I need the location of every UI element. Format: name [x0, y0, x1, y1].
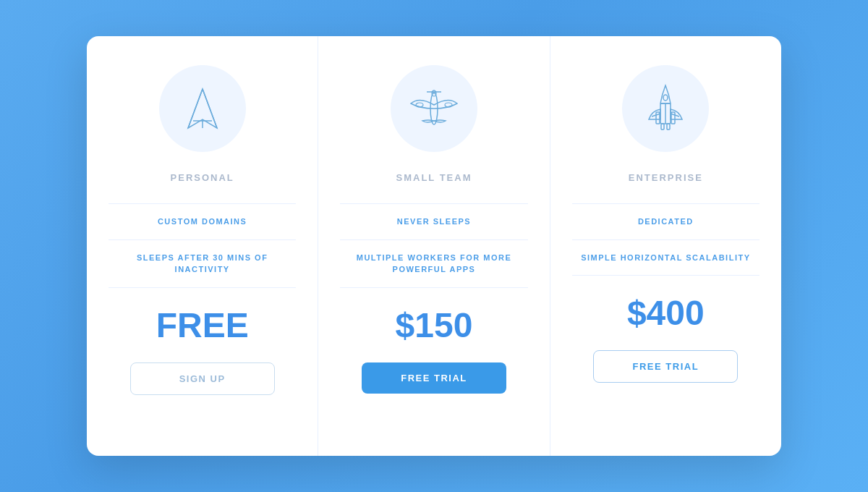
divider-2 — [109, 239, 296, 240]
personal-signup-button[interactable]: SIGN UP — [130, 362, 275, 395]
divider-1 — [109, 203, 296, 204]
small-team-icon-circle — [391, 65, 477, 152]
svg-rect-13 — [661, 124, 664, 130]
enterprise-price: $400 — [627, 293, 705, 333]
small-team-plan-name: SMALL TEAM — [396, 172, 472, 183]
enterprise-feature-2: SIMPLE HORIZONTAL SCALABILITY — [581, 252, 750, 264]
small-team-feature-2: MULTIPLE WORKERS FOR MORE POWERFUL APPS — [340, 252, 527, 276]
plan-small-team: SMALL TEAM NEVER SLEEPS MULTIPLE WORKERS… — [318, 36, 550, 456]
enterprise-icon — [640, 82, 691, 136]
enterprise-feature-1: DEDICATED — [638, 216, 694, 228]
small-team-feature-1: NEVER SLEEPS — [397, 216, 471, 228]
pricing-card: PERSONAL CUSTOM DOMAINS SLEEPS AFTER 30 … — [87, 36, 781, 456]
small-team-icon — [405, 83, 463, 134]
plan-enterprise: ENTERPRISE DEDICATED SIMPLE HORIZONTAL S… — [550, 36, 781, 456]
personal-feature-1: CUSTOM DOMAINS — [158, 216, 247, 228]
small-team-price: $150 — [396, 305, 473, 345]
plan-personal: PERSONAL CUSTOM DOMAINS SLEEPS AFTER 30 … — [87, 36, 318, 456]
divider-3 — [109, 287, 296, 288]
svg-rect-14 — [667, 124, 670, 130]
personal-icon-circle — [159, 65, 246, 152]
divider-4 — [340, 203, 527, 204]
small-team-trial-button[interactable]: FREE TRIAL — [362, 362, 506, 394]
enterprise-icon-circle — [622, 65, 709, 152]
svg-line-2 — [188, 89, 203, 128]
svg-line-3 — [203, 89, 217, 128]
divider-9 — [572, 275, 760, 276]
personal-price: FREE — [156, 305, 249, 345]
personal-plan-name: PERSONAL — [171, 172, 234, 183]
enterprise-plan-name: ENTERPRISE — [629, 172, 703, 183]
enterprise-trial-button[interactable]: FREE TRIAL — [593, 350, 738, 383]
personal-icon — [177, 83, 228, 134]
personal-feature-2: SLEEPS AFTER 30 MINS OF INACTIVITY — [109, 252, 296, 276]
divider-8 — [572, 239, 760, 240]
divider-6 — [340, 287, 527, 288]
divider-5 — [340, 239, 527, 240]
divider-7 — [572, 203, 760, 204]
svg-point-12 — [663, 95, 668, 101]
